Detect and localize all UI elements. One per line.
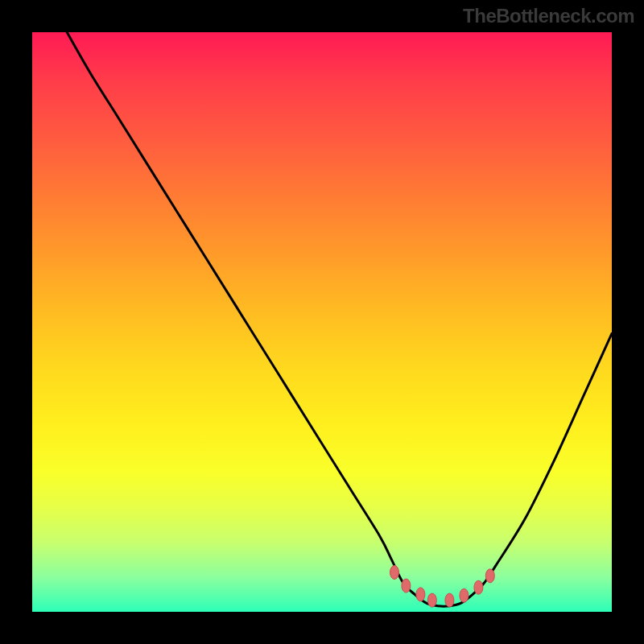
chart-curve-layer xyxy=(32,32,612,612)
watermark-text: TheBottleneck.com xyxy=(463,5,634,27)
marker-dot xyxy=(445,593,454,607)
marker-dot xyxy=(460,588,469,602)
marker-dot xyxy=(402,579,411,592)
bottleneck-curve xyxy=(67,32,612,606)
marker-dot xyxy=(427,593,436,607)
marker-dot xyxy=(474,580,483,594)
bottleneck-markers xyxy=(390,566,495,608)
marker-dot xyxy=(390,566,399,580)
marker-dot xyxy=(416,588,425,601)
marker-dot xyxy=(485,569,494,583)
